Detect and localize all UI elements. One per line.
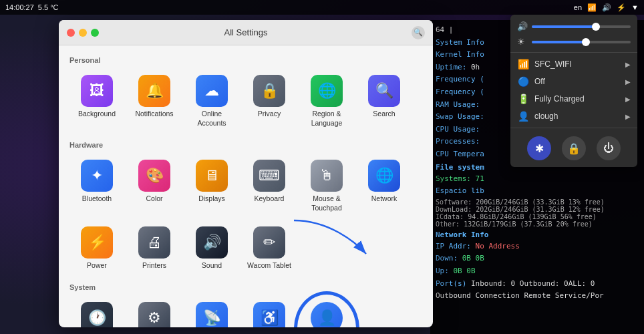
settings-item-region[interactable]: 🌐 Region & Language (299, 69, 354, 133)
titlebar-controls (67, 29, 99, 37)
settings-item-online[interactable]: ☁ Online Accounts (184, 69, 239, 133)
maximize-button[interactable] (91, 29, 99, 37)
wifi-arrow-icon: ▶ (625, 61, 631, 68)
network-label: Network (371, 194, 397, 204)
settings-item-datetime[interactable]: 🕐 Date & Time (69, 297, 124, 327)
search-label: Search (373, 110, 395, 119)
color-icon: 🎨 (138, 160, 170, 192)
sound-topbar-icon: 🔊 (602, 3, 611, 12)
settings-item-users[interactable]: 👤 Users (299, 297, 354, 327)
minimize-button[interactable] (79, 29, 87, 37)
sound-icon: 🔊 (196, 226, 228, 259)
off-arrow-icon: ▶ (625, 78, 631, 86)
settings-item-displays[interactable]: 🖥 Displays (184, 154, 239, 218)
region-icon: 🌐 (311, 75, 343, 107)
settings-lock-button[interactable]: ✱ (527, 136, 551, 160)
lock-screen-button[interactable]: 🔒 (562, 136, 586, 160)
window-title: All Settings (224, 27, 267, 37)
volume-thumb[interactable] (592, 23, 600, 31)
desktop: 14:00:27 5.5 °C en 📶 🔊 ⚡ ▼ All Settings … (0, 0, 644, 334)
power-topbar-icon: ⚡ (617, 3, 626, 12)
settings-titlebar: All Settings 🔍 (59, 20, 433, 45)
wacom-icon: ✏ (253, 226, 285, 259)
topbar-temp: 5.5 °C (38, 3, 59, 11)
sound-label: Sound (202, 261, 222, 271)
color-label: Color (146, 194, 162, 204)
region-label: Region & Language (302, 110, 351, 128)
power-icon: ⚡ (81, 226, 113, 259)
dropdown-item-wifi[interactable]: 📶 SFC_WIFI ▶ (510, 55, 637, 73)
topbar-time: 14:00:27 (5, 3, 34, 11)
settings-item-printers[interactable]: 🖨 Printers (127, 221, 182, 276)
printers-label: Printers (142, 261, 166, 271)
mouse-label: Mouse & Touchpad (302, 194, 351, 212)
settings-item-sound[interactable]: 🔊 Sound (184, 221, 239, 276)
lang-indicator[interactable]: en (574, 3, 582, 11)
dropdown-item-user[interactable]: 👤 clough ▶ (510, 108, 637, 125)
volume-icon: 🔊 (517, 21, 528, 31)
battery-menu-icon: 🔋 (517, 94, 529, 104)
sysinfo-bars: Software: 200GiB/246GiB (33.3GiB 13% fre… (436, 198, 639, 228)
system-grid: 🕐 Date & Time ⚙ Details 📡 Sharing ♿ Univ… (69, 297, 422, 327)
settings-item-wacom[interactable]: ✏ Wacom Tablet (242, 221, 297, 276)
close-button[interactable] (67, 29, 75, 37)
settings-item-mouse[interactable]: 🖱 Mouse & Touchpad (299, 154, 354, 218)
menu-icon[interactable]: ▼ (631, 3, 639, 11)
wifi-icon: 📶 (587, 3, 597, 12)
datetime-icon: 🕐 (81, 302, 113, 327)
online-icon: ☁ (196, 75, 228, 107)
personal-section-label: Personal (69, 56, 422, 64)
printers-icon: 🖨 (138, 226, 170, 259)
settings-item-sharing[interactable]: 📡 Sharing (184, 297, 239, 327)
brightness-track[interactable] (532, 41, 631, 43)
privacy-label: Privacy (258, 110, 281, 119)
privacy-icon: 🔒 (253, 75, 285, 107)
brightness-icon: ☀ (517, 37, 528, 47)
personal-grid: 🖼 Background 🔔 Notifications ☁ Online Ac… (69, 69, 422, 133)
off-label: Off (534, 77, 620, 86)
brightness-fill (532, 41, 586, 43)
dropdown-lock-row: ✱ 🔒 ⏻ (510, 131, 637, 163)
notifications-label: Notifications (135, 110, 173, 119)
dropdown-item-battery[interactable]: 🔋 Fully Charged ▶ (510, 90, 637, 108)
volume-track[interactable] (532, 25, 631, 28)
settings-item-search[interactable]: 🔍 Search (357, 69, 412, 133)
settings-item-background[interactable]: 🖼 Background (69, 69, 124, 133)
background-label: Background (78, 110, 116, 119)
wifi-label: SFC_WIFI (534, 59, 620, 69)
sysinfo-outbound: Outbound Connection Remote Service/Por (436, 290, 639, 302)
universal-icon: ♿ (253, 302, 285, 327)
keyboard-label: Keyboard (255, 194, 285, 204)
settings-item-keyboard[interactable]: ⌨ Keyboard (242, 154, 297, 218)
power-off-button[interactable]: ⏻ (597, 136, 621, 160)
brightness-slider-row: ☀ (510, 34, 637, 49)
hardware-grid: ✦ Bluetooth 🎨 Color 🖥 Displays ⌨ Keyboar… (69, 154, 422, 275)
settings-item-power[interactable]: ⚡ Power (69, 221, 124, 276)
dropdown-menu: 🔊 ☀ 📶 SFC_WIFI ▶ 🔵 Off ▶ (510, 15, 637, 167)
sysinfo-up: Up: 0B 0B (436, 265, 639, 277)
wifi-menu-icon: 📶 (517, 59, 529, 69)
online-label: Online Accounts (187, 110, 236, 128)
volume-fill (532, 25, 596, 28)
dropdown-item-off[interactable]: 🔵 Off ▶ (510, 73, 637, 90)
displays-icon: 🖥 (196, 160, 228, 192)
notifications-icon: 🔔 (138, 75, 170, 107)
settings-item-details[interactable]: ⚙ Details (127, 297, 182, 327)
user-arrow-icon: ▶ (625, 113, 631, 120)
settings-item-color[interactable]: 🎨 Color (127, 154, 182, 218)
volume-slider-row: 🔊 (510, 19, 637, 34)
settings-window: All Settings 🔍 Personal 🖼 Background 🔔 N… (59, 20, 433, 327)
bluetooth-icon: ✦ (81, 160, 113, 192)
settings-item-notifications[interactable]: 🔔 Notifications (127, 69, 182, 133)
settings-item-bluetooth[interactable]: ✦ Bluetooth (69, 154, 124, 218)
settings-item-privacy[interactable]: 🔒 Privacy (242, 69, 297, 133)
settings-body: Personal 🖼 Background 🔔 Notifications ☁ … (59, 45, 433, 327)
brightness-thumb[interactable] (582, 38, 590, 46)
dropdown-divider-2 (510, 128, 637, 128)
settings-item-universal[interactable]: ♿ Universal Access (242, 297, 297, 327)
settings-item-network[interactable]: 🌐 Network (357, 154, 412, 218)
topbar-right: en 📶 🔊 ⚡ ▼ (574, 3, 639, 12)
sysinfo-systems: Systems: 71 (436, 173, 639, 185)
bluetooth-label: Bluetooth (82, 194, 112, 204)
titlebar-search-button[interactable]: 🔍 (412, 26, 425, 39)
